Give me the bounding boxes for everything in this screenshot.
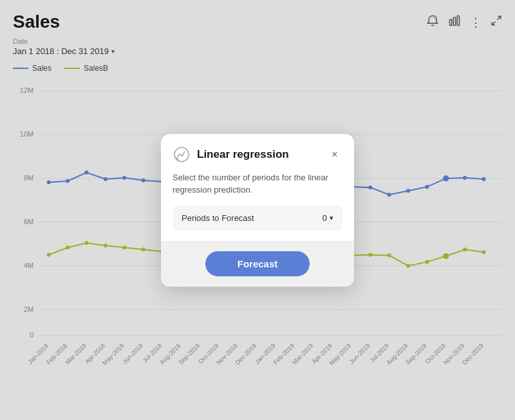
modal-header: Linear regression × [161,134,354,171]
periods-label: Periods to Forecast [182,213,254,223]
modal-title-group: Linear regression [173,146,289,164]
modal-description: Select the number of periods for the lin… [173,171,342,196]
periods-select[interactable]: Periods to Forecast 0 ▾ [173,205,342,231]
modal-overlay: Linear regression × Select the number of… [0,0,515,420]
modal-regression-icon [173,146,191,164]
modal-footer: Forecast [161,241,354,287]
modal-body: Select the number of periods for the lin… [161,171,354,241]
periods-value[interactable]: 0 ▾ [323,213,333,223]
linear-regression-modal: Linear regression × Select the number of… [161,134,354,287]
modal-close-button[interactable]: × [327,147,342,162]
chevron-down-icon: ▾ [330,214,333,222]
page: Sales ⋮ [0,0,515,420]
modal-title: Linear regression [197,148,289,161]
forecast-button[interactable]: Forecast [205,251,310,276]
periods-number: 0 [323,213,327,223]
